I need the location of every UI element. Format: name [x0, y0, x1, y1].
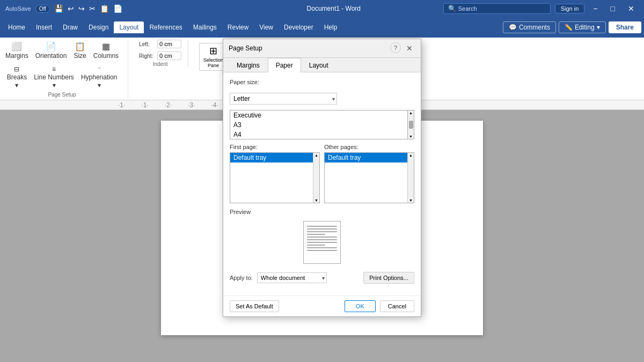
tab-margins[interactable]: Margins — [229, 58, 268, 72]
paper-list-item-a4[interactable]: A4 — [230, 130, 407, 139]
dialog-help-button[interactable]: ? — [390, 42, 401, 53]
apply-select-container: Whole document ▾ — [257, 272, 327, 283]
footer-left: Set As Default — [230, 300, 279, 312]
apply-to-select[interactable]: Whole document — [257, 272, 327, 283]
scroll-thumb — [409, 121, 413, 129]
dialog-tabs: Margins Paper Layout — [223, 58, 421, 72]
other-pages-listbox[interactable]: Default tray ▲ ▼ — [324, 152, 414, 203]
paper-list-scrollbar[interactable]: ▲ ▼ — [408, 110, 414, 139]
breaks-chevron: ▾ — [15, 82, 18, 89]
hyphenation-button[interactable]: ⁻ Hyphenation ▾ — [78, 64, 120, 91]
preview-line-5 — [307, 237, 337, 238]
preview-line-8 — [307, 245, 325, 246]
save-icon[interactable]: 💾 — [54, 4, 63, 13]
selection-pane-icon: ⊞ — [209, 45, 217, 57]
menu-item-draw[interactable]: Draw — [57, 21, 83, 33]
preview-line-1 — [307, 226, 337, 227]
indent-left-input[interactable] — [157, 40, 181, 48]
preview-line-7 — [307, 242, 337, 243]
size-button[interactable]: 📋 Size — [71, 40, 89, 61]
minimize-button[interactable]: − — [589, 4, 602, 13]
orientation-icon: 📄 — [46, 41, 56, 51]
ribbon-group-indent: Left: Right: Indent — [139, 40, 188, 67]
menu-item-review[interactable]: Review — [222, 21, 254, 33]
dialog-footer: Set As Default OK Cancel — [223, 295, 421, 316]
indent-right-input[interactable] — [157, 51, 181, 60]
scroll-up-arrow[interactable]: ▲ — [409, 111, 413, 115]
ribbon-group-page-setup-label: Page Setup — [48, 92, 76, 98]
menu-bar: Home Insert Draw Design Layout Reference… — [0, 17, 644, 38]
preview-line-10 — [307, 250, 337, 251]
columns-button[interactable]: ▦ Columns — [91, 40, 121, 61]
op-scroll-up[interactable]: ▲ — [409, 153, 413, 157]
paper-list-item-executive[interactable]: Executive — [230, 110, 407, 120]
fp-scroll-up[interactable]: ▲ — [314, 153, 318, 157]
other-pages-list-inner: Default tray ▲ ▼ — [325, 153, 414, 203]
print-options-button[interactable]: Print Options... — [363, 272, 414, 284]
first-page-listbox[interactable]: Default tray ▲ ▼ — [230, 152, 320, 203]
editing-icon: ✏️ — [565, 24, 573, 31]
restore-button[interactable]: □ — [606, 4, 619, 13]
indent-right-label: Right: — [139, 53, 155, 59]
ok-button[interactable]: OK — [345, 300, 376, 312]
preview-line-4 — [307, 234, 325, 235]
undo-icon[interactable]: ↩ — [68, 4, 74, 13]
clipboard-icon[interactable]: 📋 — [100, 4, 109, 13]
scroll-down-arrow[interactable]: ▼ — [409, 135, 413, 138]
fp-scroll-down[interactable]: ▼ — [314, 198, 318, 202]
footer-right: OK Cancel — [345, 300, 414, 312]
menu-item-insert[interactable]: Insert — [31, 21, 57, 33]
paste-icon[interactable]: 📄 — [113, 4, 122, 13]
comments-button[interactable]: 💬 Comments — [503, 21, 556, 33]
other-pages-scroll-content[interactable]: Default tray — [325, 153, 407, 203]
menu-item-references[interactable]: References — [144, 21, 187, 33]
editing-button[interactable]: ✏️ Editing ▾ — [559, 21, 606, 33]
menu-item-design[interactable]: Design — [83, 21, 114, 33]
dialog-title-buttons: ? ✕ — [390, 42, 415, 54]
set-as-default-button[interactable]: Set As Default — [230, 300, 279, 312]
menu-item-view[interactable]: View — [254, 21, 279, 33]
line-numbers-button[interactable]: ≡ Line Numbers ▾ — [31, 64, 77, 91]
breaks-icon: ⊟ — [14, 65, 19, 73]
search-icon: 🔍 — [448, 5, 456, 12]
menu-item-help[interactable]: Help — [319, 21, 343, 33]
paper-size-select[interactable]: Letter Executive A3 A4 A5 B4 (JIS) — [230, 93, 337, 105]
menu-item-developer[interactable]: Developer — [279, 21, 319, 33]
redo-icon[interactable]: ↪ — [78, 4, 85, 13]
autosave-toggle[interactable]: Off — [35, 5, 50, 13]
preview-line-9 — [307, 247, 337, 248]
apply-row: Apply to: Whole document ▾ Print Options… — [230, 272, 414, 284]
tab-paper[interactable]: Paper — [268, 58, 301, 72]
dialog-content: Paper size: Letter Executive A3 A4 A5 B4… — [223, 72, 421, 295]
search-placeholder: Search — [458, 5, 477, 12]
breaks-button[interactable]: ⊟ Breaks ▾ — [4, 64, 30, 91]
menu-item-layout[interactable]: Layout — [114, 21, 144, 33]
menu-item-mailings[interactable]: Mailings — [188, 21, 222, 33]
cancel-button[interactable]: Cancel — [380, 300, 414, 312]
tray-row: First page: Default tray ▲ ▼ — [230, 144, 414, 203]
close-button[interactable]: ✕ — [624, 4, 639, 13]
apply-to-label: Apply to: — [230, 275, 253, 281]
first-page-scrollbar[interactable]: ▲ ▼ — [313, 153, 319, 203]
autosave-label: AutoSave — [5, 5, 31, 12]
paper-list-box[interactable]: Executive A3 A4 A5 B4 (JIS) — [230, 110, 408, 139]
paper-size-label: Paper size: — [230, 79, 259, 85]
margins-button[interactable]: ⬜ Margins — [3, 40, 31, 61]
paper-size-row: Paper size: — [230, 79, 414, 88]
share-button[interactable]: Share — [609, 21, 641, 33]
cut-icon[interactable]: ✂ — [89, 4, 96, 13]
menu-item-home[interactable]: Home — [3, 21, 31, 33]
paper-list-item-a3[interactable]: A3 — [230, 120, 407, 130]
other-pages-default-tray[interactable]: Default tray — [325, 153, 407, 162]
orientation-button[interactable]: 📄 Orientation — [33, 40, 70, 61]
dialog-close-button[interactable]: ✕ — [404, 42, 415, 54]
page-setup-dialog: Page Setup ? ✕ Margins Paper Layout Pape… — [223, 39, 421, 317]
sign-in-button[interactable]: Sign in — [555, 4, 585, 13]
other-pages-scrollbar[interactable]: ▲ ▼ — [407, 153, 414, 203]
search-box[interactable]: 🔍 Search — [443, 3, 551, 14]
op-scroll-down[interactable]: ▼ — [409, 198, 413, 202]
linenumbers-chevron: ▾ — [53, 82, 56, 89]
first-page-default-tray[interactable]: Default tray — [230, 153, 313, 162]
tab-layout[interactable]: Layout — [301, 58, 336, 72]
first-page-scroll-content[interactable]: Default tray — [230, 153, 313, 203]
